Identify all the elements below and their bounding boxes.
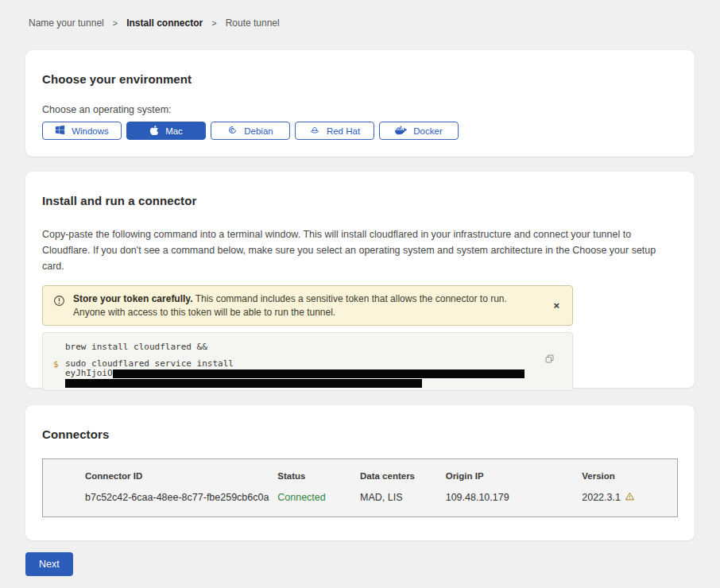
os-button-group: Windows Mac Debian Red Hat — [42, 122, 678, 140]
next-button[interactable]: Next — [25, 552, 73, 576]
os-button-label: Red Hat — [327, 126, 360, 136]
token-prefix: eyJhIjoiO — [65, 369, 113, 378]
code-line-install: sudo cloudflared service install — [65, 359, 525, 369]
debian-logo-icon — [227, 125, 238, 137]
info-alert-icon — [53, 295, 65, 310]
breadcrumb-separator: > — [211, 18, 216, 28]
column-header-status: Status — [277, 470, 360, 481]
os-button-label: Windows — [72, 126, 109, 136]
code-line-token-continued — [65, 378, 525, 388]
token-warning-title: Store your token carefully. — [73, 293, 193, 304]
os-button-redhat[interactable]: Red Hat — [295, 122, 374, 140]
choose-environment-card: Choose your environment Choose an operat… — [25, 50, 695, 157]
token-warning-text: Store your token carefully. This command… — [65, 292, 550, 319]
close-icon[interactable]: × — [550, 299, 563, 312]
os-button-windows[interactable]: Windows — [42, 122, 122, 140]
card-title-connectors: Connectors — [42, 427, 678, 441]
column-header-data-centers: Data centers — [360, 470, 446, 481]
version-cell: 2022.3.1 — [582, 488, 677, 504]
code-line-token: eyJhIjoiO — [65, 369, 525, 378]
connectors-table-header: Connector ID Status Data centers Origin … — [43, 470, 677, 488]
install-connector-card: Install and run a connector Copy-paste t… — [25, 172, 695, 388]
os-button-label: Mac — [165, 126, 183, 136]
breadcrumb-separator: > — [113, 18, 118, 28]
os-button-docker[interactable]: Docker — [379, 122, 459, 140]
connectors-card: Connectors Connector ID Status Data cent… — [25, 405, 695, 540]
version-value: 2022.3.1 — [582, 492, 621, 503]
connectors-table: Connector ID Status Data centers Origin … — [42, 458, 678, 517]
install-command-code-block: brew install cloudflared && $ sudo cloud… — [42, 332, 573, 391]
apple-logo-icon — [149, 125, 159, 137]
os-button-label: Docker — [413, 126, 442, 136]
docker-logo-icon — [395, 126, 407, 137]
card-title-choose-environment: Choose your environment — [42, 72, 678, 86]
connector-id-cell: b7c52c42-6caa-48ee-8c77-fbe259cb6c0a — [43, 489, 277, 503]
breadcrumb-install-connector[interactable]: Install connector — [126, 17, 203, 29]
os-button-mac[interactable]: Mac — [126, 122, 206, 140]
redacted-token-bar — [113, 369, 525, 378]
status-badge: Connected — [277, 489, 360, 503]
windows-logo-icon — [55, 125, 65, 137]
os-select-label: Choose an operating system: — [42, 104, 678, 115]
os-button-label: Debian — [244, 126, 273, 136]
column-header-origin-ip: Origin IP — [446, 470, 583, 481]
data-centers-cell: MAD, LIS — [360, 489, 446, 503]
column-header-version: Version — [582, 470, 677, 481]
breadcrumb-route-tunnel[interactable]: Route tunnel — [226, 17, 280, 29]
os-button-debian[interactable]: Debian — [211, 122, 290, 140]
warning-triangle-icon — [625, 491, 635, 504]
redhat-logo-icon — [309, 125, 320, 137]
breadcrumb: Name your tunnel > Install connector > R… — [29, 17, 691, 29]
redacted-token-bar — [65, 379, 422, 388]
install-description: Copy-paste the following command into a … — [42, 226, 678, 274]
connector-table-row: b7c52c42-6caa-48ee-8c77-fbe259cb6c0a Con… — [43, 488, 677, 504]
card-title-install-connector: Install and run a connector — [42, 194, 678, 207]
origin-ip-cell: 109.48.10.179 — [446, 489, 583, 503]
token-warning-banner: Store your token carefully. This command… — [42, 285, 573, 326]
shell-prompt: $ — [53, 359, 59, 369]
column-header-connector-id: Connector ID — [43, 470, 277, 481]
tunnel-setup-page: Name your tunnel > Install connector > R… — [0, 0, 720, 576]
code-line-brew: brew install cloudflared && — [65, 342, 525, 352]
breadcrumb-name-your-tunnel[interactable]: Name your tunnel — [29, 17, 104, 29]
copy-icon[interactable] — [544, 354, 555, 364]
